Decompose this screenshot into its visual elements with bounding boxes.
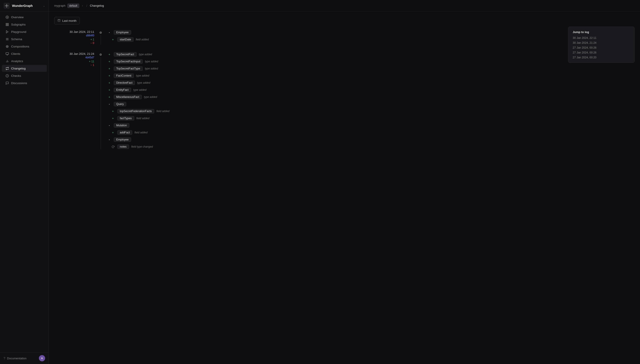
breadcrumb-separator: / — [86, 4, 87, 8]
change-label: field added — [136, 38, 149, 41]
dot-icon: ● — [107, 102, 112, 106]
period-filter-button[interactable]: Last month — [54, 17, 80, 24]
sidebar-item-schema[interactable]: Schema — [2, 36, 47, 42]
sidebar-label-clients: Clients — [11, 52, 20, 56]
change-row: + FactContent type added — [107, 73, 635, 78]
sidebar-header: WunderGraph ⌄ — [0, 0, 49, 12]
change-row: + MiscellaneousFact type added — [107, 94, 635, 100]
sidebar-item-changelog[interactable]: Changelog — [2, 65, 47, 72]
playground-icon — [5, 30, 9, 34]
change-row: + TopSecretFactInput type added — [107, 59, 635, 64]
sidebar-item-overview[interactable]: Overview — [2, 14, 47, 21]
sidebar-item-compositions[interactable]: Compositions — [2, 43, 47, 50]
change-label: field type changed — [131, 145, 153, 148]
change-row: + TopSecretFact type added — [107, 52, 635, 57]
svg-point-0 — [6, 5, 7, 6]
add-icon: + — [107, 95, 112, 99]
sidebar-label-changelog: Changelog — [11, 67, 26, 70]
type-badge: topSecretFederationFacts — [117, 109, 154, 114]
change-row: ● Employee — [107, 137, 635, 142]
discussions-icon — [5, 81, 9, 85]
overview-icon — [5, 15, 9, 19]
svg-rect-10 — [7, 25, 8, 26]
change-label: type added — [137, 81, 150, 84]
sidebar-item-discussions[interactable]: Discussions — [2, 80, 47, 86]
add-icon: + — [107, 80, 112, 85]
entry-stat-add-1: + 1 — [90, 38, 94, 41]
type-badge: notes — [117, 144, 129, 149]
timeline-line-1 — [101, 35, 101, 44]
type-badge: factTypes — [117, 116, 134, 120]
jump-link-1[interactable]: 30 Jan 2024, 21:24 — [573, 41, 630, 44]
change-label: type added — [133, 88, 146, 92]
filter-bar: Last month — [54, 17, 635, 24]
sidebar-label-subgraphs: Subgraphs — [11, 23, 26, 26]
entry-stats-1: + 1 − 0 — [54, 38, 94, 44]
type-badge: addFact — [117, 130, 132, 135]
entry-hash-1: d964f0 — [54, 34, 94, 37]
type-badge: Employee — [114, 138, 131, 142]
topbar: mygraph default / Changelog — [49, 0, 640, 12]
main-content: mygraph default / Changelog Last month 3… — [49, 0, 640, 364]
add-icon: + — [107, 59, 112, 64]
svg-point-4 — [8, 5, 9, 6]
avatar-char: n — [41, 357, 43, 360]
graph-badge[interactable]: default — [67, 4, 79, 8]
entry-content-1: ● Employee + startDate field added — [107, 30, 635, 44]
jump-links: 30 Jan 2024, 22:11 30 Jan 2024, 21:24 27… — [573, 36, 630, 59]
entry-meta-2: 30 Jan 2024, 21:24 4d45d7 + 11 − 1 — [54, 52, 94, 149]
refresh-icon — [111, 144, 115, 149]
sidebar-label-compositions: Compositions — [11, 45, 29, 48]
change-label: type added — [136, 74, 149, 77]
entry-date-2: 30 Jan 2024, 21:24 — [54, 52, 94, 56]
documentation-link[interactable]: ? Documentation — [4, 356, 37, 360]
changelog-entry-2: 30 Jan 2024, 21:24 4d45d7 + 11 − 1 + Top — [54, 52, 635, 149]
sidebar-label-overview: Overview — [11, 16, 24, 19]
entry-stat-remove-1: − 0 — [90, 42, 94, 44]
sidebar-item-subgraphs[interactable]: Subgraphs — [2, 21, 47, 28]
graph-name: mygraph — [54, 4, 66, 7]
checks-icon — [5, 74, 9, 78]
timeline-2 — [100, 52, 102, 149]
change-row: + TopSecretFactType type added — [107, 66, 635, 71]
sidebar-item-playground[interactable]: Playground — [2, 28, 47, 35]
sidebar-nav: Overview Subgraphs Playground Schema Com… — [0, 12, 49, 352]
entry-date-1: 30 Jan 2024, 22:11 — [54, 30, 94, 34]
sidebar-item-analytics[interactable]: Analytics — [2, 58, 47, 64]
entry-hash-2: 4d45d7 — [54, 56, 94, 59]
jump-link-3[interactable]: 27 Jan 2024, 00:26 — [573, 51, 630, 54]
sidebar-item-clients[interactable]: Clients — [2, 50, 47, 57]
changelog-entry-1: 30 Jan 2024, 22:11 d964f0 + 1 − 0 ● Empl — [54, 30, 635, 44]
change-label: type added — [144, 96, 157, 98]
jump-link-4[interactable]: 27 Jan 2024, 00:20 — [573, 56, 630, 59]
type-badge: Employee — [114, 30, 131, 34]
change-label: type added — [145, 60, 158, 63]
change-row: + startDate field added — [111, 37, 635, 42]
entry-meta-1: 30 Jan 2024, 22:11 d964f0 + 1 − 0 — [54, 30, 94, 44]
svg-point-15 — [6, 45, 8, 48]
add-icon: + — [107, 66, 112, 71]
sidebar-label-schema: Schema — [11, 38, 22, 41]
change-row: ● Mutation — [107, 123, 635, 128]
breadcrumb-chevron-icon — [81, 4, 84, 7]
sidebar-item-checks[interactable]: Checks — [2, 72, 47, 79]
svg-marker-11 — [6, 30, 8, 33]
svg-point-6 — [7, 17, 8, 18]
brand-name: WunderGraph — [12, 4, 41, 8]
add-icon: + — [111, 109, 115, 114]
type-badge: Mutation — [114, 123, 129, 128]
user-avatar[interactable]: n — [39, 355, 45, 361]
type-badge: TopSecretFactType — [114, 66, 143, 71]
dot-icon: ● — [107, 123, 112, 128]
sidebar-label-checks: Checks — [11, 74, 21, 78]
changelog-list: 30 Jan 2024, 22:11 d964f0 + 1 − 0 ● Empl — [54, 30, 635, 149]
svg-rect-9 — [6, 25, 7, 26]
jump-link-0[interactable]: 30 Jan 2024, 22:11 — [573, 36, 630, 40]
jump-link-2[interactable]: 27 Jan 2024, 00:26 — [573, 46, 630, 49]
add-icon: + — [111, 116, 115, 120]
timeline-dot-2 — [100, 54, 102, 56]
subgraphs-icon — [5, 23, 9, 26]
svg-rect-24 — [58, 19, 60, 22]
change-label: field added — [134, 131, 148, 134]
change-row: + factTypes field added — [111, 116, 635, 121]
